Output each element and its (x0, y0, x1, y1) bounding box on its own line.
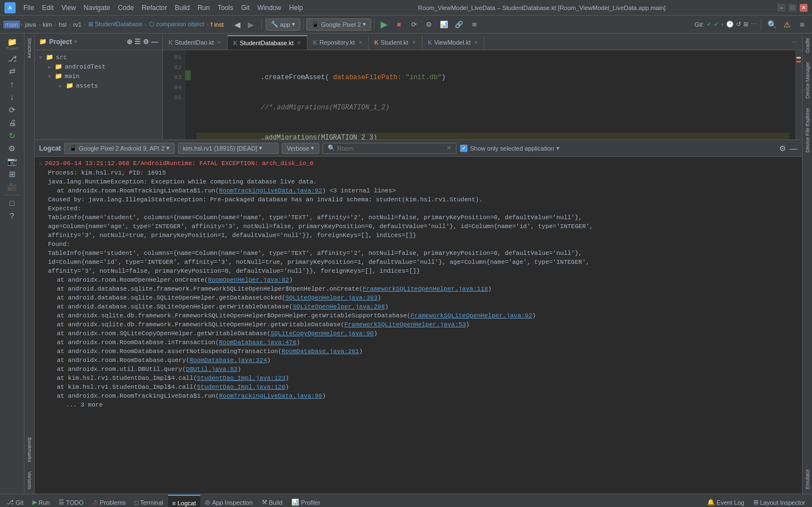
tab-viewmodel[interactable]: K ViewModel.kt ✕ (422, 35, 485, 50)
sidebar-up[interactable]: ↑ (2, 78, 22, 90)
bottom-tab-layout-inspector[interactable]: ⊞ Layout Inspector (749, 495, 810, 508)
tree-item-main[interactable]: ▼ 📁 main (35, 71, 162, 81)
sidebar-print[interactable]: 🖨 (2, 117, 22, 129)
sidebar-box[interactable]: □ (2, 197, 22, 209)
tree-item-src[interactable]: ▼ 📁 src (35, 52, 162, 62)
breadcrumb-student-database[interactable]: ⊞ StudentDatabase (87, 20, 144, 28)
settings-button[interactable]: ⚙ (422, 18, 436, 31)
vert-tab-variants[interactable]: Variants (26, 467, 33, 494)
right-scrollbar[interactable] (795, 50, 802, 139)
nav-back-button[interactable]: ◀ (232, 18, 244, 31)
search-everywhere-button[interactable]: 🔍 (765, 18, 779, 31)
stop-button[interactable]: ■ (392, 18, 406, 31)
sidebar-help[interactable]: ? (2, 210, 22, 222)
breadcrumb-inst[interactable]: f inst (209, 21, 225, 28)
breadcrumb-rv1[interactable]: rv1 (71, 21, 83, 28)
tree-list-icon[interactable]: ☰ (134, 38, 141, 46)
logcat-minimize-icon[interactable]: — (790, 144, 797, 153)
menu-window[interactable]: Window (254, 3, 285, 13)
process-selector-dropdown[interactable]: kim.hsl.rv1 (18915) [DEAD] ▾ (178, 143, 278, 154)
device-dropdown[interactable]: 📱 Google Pixel 2 ▾ (306, 18, 371, 31)
vert-tab-emulator[interactable]: Emulator (804, 465, 811, 494)
log-level-dropdown[interactable]: Verbose ▾ (282, 143, 319, 154)
bottom-tab-logcat[interactable]: ≡ Logcat (168, 495, 200, 508)
tree-item-assets[interactable]: ▶ 📁 assets (35, 81, 162, 90)
sync-button[interactable]: ⟳ (407, 18, 421, 31)
git-check-green[interactable]: ✓ (707, 21, 712, 28)
coverage-button[interactable]: ≋ (468, 18, 481, 31)
app-dropdown[interactable]: 🔧 app ▾ (266, 18, 300, 31)
logcat-search-box[interactable]: 🔍 Room ✕ (323, 143, 457, 154)
profiler-button[interactable]: 📊 (438, 18, 451, 31)
menu-code[interactable]: Code (114, 3, 137, 13)
sidebar-pull-request[interactable]: ⇅ (2, 65, 22, 78)
bottom-tab-app-inspection[interactable]: ◎ App Inspection (200, 495, 257, 508)
minimize-button[interactable]: – (777, 4, 785, 12)
git-actions[interactable]: ⊞ (743, 21, 748, 28)
tab-studentdatabase[interactable]: K StudentDatabase.kt ✕ (228, 35, 307, 50)
menu-tools[interactable]: Tools (214, 3, 237, 13)
logcat-content[interactable]: ⚠ 2023-06-14 13:21:12.068 E/AndroidRunti… (35, 157, 802, 494)
tab-more[interactable]: ⋯ (787, 35, 802, 50)
show-only-checkbox[interactable]: ✓ Show only selected application ▾ (460, 144, 559, 152)
vert-tab-structure[interactable]: Structure (26, 33, 33, 63)
git-more[interactable]: ⋯ (751, 21, 757, 28)
bottom-tab-problems[interactable]: ⚠ Problems (88, 495, 130, 508)
tab-studentdao[interactable]: K StudentDao.kt ✕ (163, 35, 228, 50)
notifications-button[interactable]: ⚠ (780, 18, 794, 31)
tree-settings-icon[interactable]: ⚙ (143, 38, 149, 46)
bottom-tab-run[interactable]: ▶ Run (28, 495, 54, 508)
menu-edit[interactable]: Edit (39, 3, 57, 13)
breadcrumb-main[interactable]: main (3, 21, 20, 28)
tree-add-icon[interactable]: ⊕ (127, 38, 132, 46)
breadcrumb-java[interactable]: java (23, 21, 38, 28)
sidebar-video[interactable]: 🎥 (2, 181, 22, 193)
vert-tab-device-manager[interactable]: Device Manager (804, 57, 811, 103)
tree-close-icon[interactable]: — (151, 38, 158, 46)
menu-run[interactable]: Run (194, 3, 213, 13)
attach-button[interactable]: 🔗 (453, 18, 466, 31)
vert-tab-gradle[interactable]: Gradle (804, 33, 811, 57)
bottom-tab-git[interactable]: ⎇ Git (2, 495, 28, 508)
menu-file[interactable]: File (20, 3, 37, 13)
tree-item-androidtest[interactable]: ▶ 📁 androidTest (35, 62, 162, 71)
vert-tab-bookmarks[interactable]: Bookmarks (26, 433, 33, 467)
bottom-tab-todo[interactable]: ☰ TODO (54, 495, 88, 508)
menu-navigate[interactable]: Navigate (80, 3, 113, 13)
run-button[interactable]: ▶ (377, 18, 391, 31)
nav-forward-button[interactable]: ▶ (245, 18, 257, 31)
menu-refactor[interactable]: Refactor (138, 3, 170, 13)
sidebar-commit[interactable]: ⎇ (2, 52, 22, 65)
more-actions-button[interactable]: ≡ (795, 18, 809, 31)
bottom-tab-event-log[interactable]: 🔔 Event Log (703, 495, 749, 508)
tab-repository[interactable]: K Repository.kt ✕ (307, 35, 369, 50)
bottom-tab-profiler[interactable]: 📊 Profiler (287, 495, 325, 508)
menu-view[interactable]: View (58, 3, 79, 13)
vert-tab-device-file[interactable]: Device File Explorer (804, 103, 811, 157)
close-button[interactable]: ✕ (800, 4, 808, 12)
device-selector-dropdown[interactable]: 📱 Google Pixel 2 Android 9, API 2 ▾ (64, 143, 175, 154)
breadcrumb-companion[interactable]: ⬡ companion object (147, 20, 206, 28)
sidebar-gear[interactable]: ⚙ (2, 142, 22, 154)
sidebar-camera[interactable]: 📷 (2, 155, 22, 167)
bottom-tab-terminal[interactable]: □ Terminal (130, 495, 167, 508)
menu-build[interactable]: Build (171, 3, 193, 13)
sidebar-layers[interactable]: ⊞ (2, 168, 22, 180)
sidebar-down[interactable]: ↓ (2, 91, 22, 103)
sidebar-project[interactable]: 📁 Project (2, 36, 22, 52)
sidebar-sync[interactable]: ⟳ (2, 104, 22, 116)
maximize-button[interactable]: □ (789, 4, 796, 12)
git-push[interactable]: ↑ (721, 21, 724, 28)
logcat-gear-icon[interactable]: ⚙ (779, 144, 786, 153)
git-history[interactable]: 🕐 (726, 21, 734, 28)
tab-student[interactable]: K Student.kt ✕ (369, 35, 422, 50)
sidebar-reload[interactable]: ↻ (2, 129, 22, 142)
menu-help[interactable]: Help (286, 3, 306, 13)
breadcrumb-hsl[interactable]: hsl (57, 21, 68, 28)
bottom-tab-build[interactable]: ⚒ Build (257, 495, 287, 508)
menu-git[interactable]: Git (238, 3, 253, 13)
breadcrumb-kim[interactable]: kim (41, 21, 54, 28)
git-check2[interactable]: ✓ (714, 21, 719, 28)
git-undo[interactable]: ↺ (736, 21, 741, 28)
search-clear-icon[interactable]: ✕ (446, 144, 451, 152)
